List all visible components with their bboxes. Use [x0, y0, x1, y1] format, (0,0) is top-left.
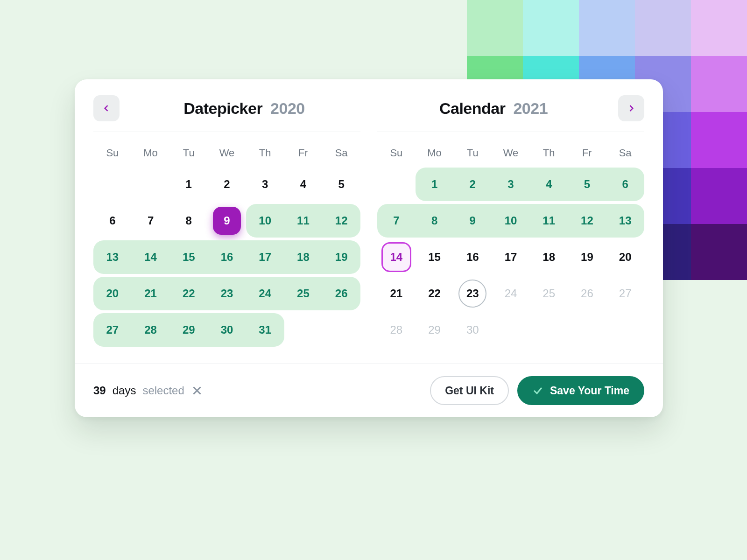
day-cell: 25: [530, 277, 568, 310]
day-cell[interactable]: 11: [530, 204, 568, 238]
day-cell[interactable]: 5: [322, 168, 360, 201]
day-cell[interactable]: 21: [377, 277, 416, 310]
day-cell[interactable]: 17: [492, 240, 530, 274]
chevron-left-icon: [102, 104, 111, 113]
day-cell[interactable]: 18: [284, 240, 323, 274]
selected-end-day[interactable]: 14: [377, 240, 416, 274]
day-cell[interactable]: 10: [246, 204, 284, 238]
day-cell[interactable]: 23: [208, 277, 246, 310]
day-cell[interactable]: 5: [568, 168, 606, 201]
empty-cell: [132, 168, 170, 201]
day-cell[interactable]: 7: [132, 204, 170, 238]
day-cell[interactable]: 15: [416, 240, 454, 274]
left-month-title: Datepicker 2020: [128, 99, 360, 118]
right-month-year: 2021: [513, 99, 548, 117]
day-cell: 28: [377, 313, 416, 347]
day-cell[interactable]: 31: [246, 313, 284, 347]
weekday-label: Tu: [453, 142, 492, 168]
datepicker-card: Datepicker 2020 SuMoTuWeThFrSa 123456789…: [75, 79, 663, 417]
day-cell[interactable]: 8: [416, 204, 454, 238]
selected-start-day[interactable]: 9: [208, 204, 246, 238]
left-weekday-row: SuMoTuWeThFrSa: [93, 142, 360, 168]
day-cell[interactable]: 20: [93, 277, 132, 310]
right-month-name: Calendar: [439, 99, 506, 117]
weekday-label: We: [208, 142, 246, 168]
weekday-label: We: [492, 142, 530, 168]
next-month-button[interactable]: [618, 95, 644, 121]
day-cell[interactable]: 3: [492, 168, 530, 201]
today-cell[interactable]: 23: [453, 277, 492, 310]
day-cell[interactable]: 22: [169, 277, 208, 310]
day-cell[interactable]: 16: [453, 240, 492, 274]
day-cell[interactable]: 4: [530, 168, 568, 201]
day-cell: 24: [492, 277, 530, 310]
day-cell[interactable]: 6: [93, 204, 132, 238]
day-cell[interactable]: 1: [416, 168, 454, 201]
day-cell[interactable]: 19: [568, 240, 606, 274]
day-cell[interactable]: 24: [246, 277, 284, 310]
day-cell: 30: [453, 313, 492, 347]
palette-swatch: [691, 0, 747, 56]
day-cell[interactable]: 21: [132, 277, 170, 310]
weekday-label: Sa: [606, 142, 644, 168]
day-cell[interactable]: 12: [568, 204, 606, 238]
day-cell[interactable]: 10: [492, 204, 530, 238]
day-cell[interactable]: 30: [208, 313, 246, 347]
selection-unit: days: [113, 384, 136, 397]
save-time-label: Save Your Time: [550, 385, 629, 397]
day-cell[interactable]: 1: [169, 168, 208, 201]
day-cell[interactable]: 14: [132, 240, 170, 274]
palette-swatch: [691, 168, 747, 224]
day-cell[interactable]: 2: [208, 168, 246, 201]
weekday-label: Th: [246, 142, 284, 168]
day-cell[interactable]: 3: [246, 168, 284, 201]
clear-selection-button[interactable]: [191, 385, 203, 397]
day-cell[interactable]: 7: [377, 204, 416, 238]
day-cell[interactable]: 25: [284, 277, 323, 310]
day-cell[interactable]: 29: [169, 313, 208, 347]
day-cell[interactable]: 13: [93, 240, 132, 274]
month-left: Datepicker 2020 SuMoTuWeThFrSa 123456789…: [93, 95, 360, 347]
close-icon: [191, 385, 203, 397]
day-cell[interactable]: 18: [530, 240, 568, 274]
selection-count: 39: [93, 384, 106, 397]
save-time-button[interactable]: Save Your Time: [517, 376, 644, 405]
weekday-label: Fr: [568, 142, 606, 168]
day-cell[interactable]: 20: [606, 240, 644, 274]
left-month-name: Datepicker: [183, 99, 262, 117]
day-cell[interactable]: 8: [169, 204, 208, 238]
day-cell[interactable]: 17: [246, 240, 284, 274]
day-cell[interactable]: 27: [93, 313, 132, 347]
day-cell: 29: [416, 313, 454, 347]
prev-month-button[interactable]: [93, 95, 120, 121]
day-cell[interactable]: 6: [606, 168, 644, 201]
weekday-label: Tu: [169, 142, 208, 168]
day-cell[interactable]: 16: [208, 240, 246, 274]
palette-swatch: [691, 224, 747, 280]
weekday-label: Th: [530, 142, 568, 168]
selection-summary: 39 days selected: [93, 384, 203, 397]
check-icon: [532, 385, 543, 396]
day-cell[interactable]: 13: [606, 204, 644, 238]
right-weekday-row: SuMoTuWeThFrSa: [377, 142, 644, 168]
right-day-grid: 1234567891011121314151617181920212223242…: [377, 168, 644, 347]
selection-state: selected: [142, 384, 184, 397]
day-cell[interactable]: 2: [453, 168, 492, 201]
day-cell[interactable]: 11: [284, 204, 323, 238]
get-ui-kit-label: Get UI Kit: [445, 385, 494, 397]
weekday-label: Mo: [132, 142, 170, 168]
get-ui-kit-button[interactable]: Get UI Kit: [430, 376, 509, 405]
day-cell[interactable]: 9: [453, 204, 492, 238]
day-cell[interactable]: 26: [322, 277, 360, 310]
weekday-label: Sa: [322, 142, 360, 168]
day-cell[interactable]: 22: [416, 277, 454, 310]
empty-cell: [93, 168, 132, 201]
day-cell[interactable]: 19: [322, 240, 360, 274]
day-cell[interactable]: 28: [132, 313, 170, 347]
day-cell[interactable]: 12: [322, 204, 360, 238]
month-right: Calendar 2021 SuMoTuWeThFrSa 12345678910…: [377, 95, 644, 347]
day-cell[interactable]: 4: [284, 168, 323, 201]
card-footer: 39 days selected Get UI Kit Save Your Ti…: [75, 364, 663, 417]
day-cell[interactable]: 15: [169, 240, 208, 274]
weekday-label: Su: [377, 142, 416, 168]
